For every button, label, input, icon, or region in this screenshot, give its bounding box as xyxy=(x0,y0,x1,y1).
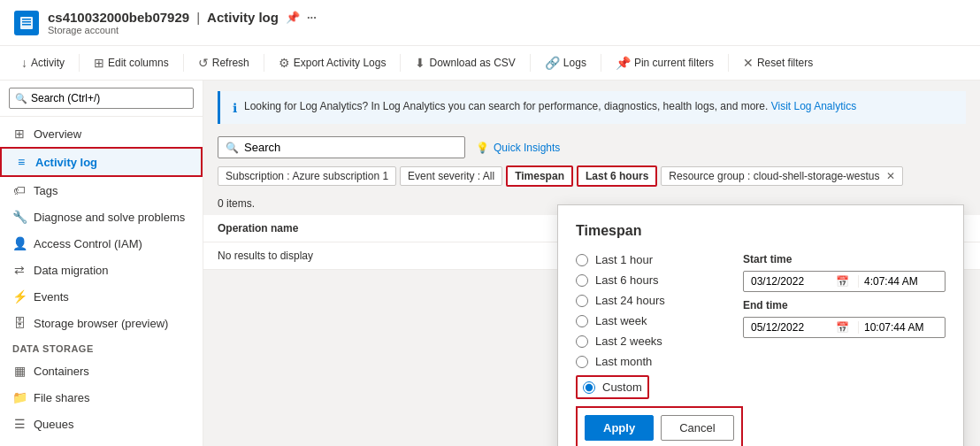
activity-icon: ↓ xyxy=(21,56,27,70)
main-layout: 🔍 ⊞ Overview ≡ Activity log 🏷 Tags xyxy=(0,81,980,446)
end-date-input[interactable] xyxy=(751,321,831,334)
sidebar-item-data-migration[interactable]: ⇄ Data migration xyxy=(0,257,203,283)
export-icon: ⚙ xyxy=(279,56,290,70)
logs-button[interactable]: 🔗 Logs xyxy=(538,51,593,74)
info-icon: ℹ xyxy=(233,101,237,115)
toolbar-divider-5 xyxy=(530,54,531,72)
download-icon: ⬇ xyxy=(415,56,425,70)
info-banner: ℹ Looking for Log Analytics? In Log Anal… xyxy=(218,91,966,124)
cancel-button[interactable]: Cancel xyxy=(661,415,733,441)
sidebar-nav: ⊞ Overview ≡ Activity log 🏷 Tags 🔧 Diagn… xyxy=(0,117,203,446)
export-button[interactable]: ⚙ Export Activity Logs xyxy=(272,51,394,74)
event-severity-chip[interactable]: Event severity : All xyxy=(400,166,502,186)
timespan-chip[interactable]: Timespan xyxy=(506,165,573,187)
sidebar-item-activity-log[interactable]: ≡ Activity log xyxy=(0,147,203,177)
radio-last-6-hours[interactable] xyxy=(576,274,588,287)
app-container: cs410032000beb07929 | Activity log 📌 ···… xyxy=(0,0,980,446)
sidebar-item-diagnose[interactable]: 🔧 Diagnose and solve problems xyxy=(0,204,203,230)
radio-last-1-hour[interactable] xyxy=(576,254,588,266)
resource-group-chip[interactable]: Resource group : cloud-shell-storage-wes… xyxy=(661,166,903,186)
search-row: 🔍 💡 Quick Insights xyxy=(218,136,966,158)
sidebar: 🔍 ⊞ Overview ≡ Activity log 🏷 Tags xyxy=(0,81,203,446)
option-last-month[interactable]: Last month xyxy=(576,355,722,368)
sidebar-item-events[interactable]: ⚡ Events xyxy=(0,283,203,310)
storage-browser-icon: 🗄 xyxy=(12,316,27,330)
edit-columns-icon: ⊞ xyxy=(94,56,104,70)
start-date-calendar-icon[interactable]: 📅 xyxy=(836,275,849,288)
toolbar-divider-3 xyxy=(264,54,264,72)
access-control-icon: 👤 xyxy=(12,236,27,250)
download-button[interactable]: ⬇ Download as CSV xyxy=(408,51,522,74)
sidebar-item-queues[interactable]: ☰ Queues xyxy=(0,411,203,437)
containers-icon: ▦ xyxy=(12,364,27,378)
title-separator: | xyxy=(196,10,200,25)
more-icon[interactable]: ··· xyxy=(307,11,317,24)
radio-last-week[interactable] xyxy=(576,315,588,327)
subscription-chip[interactable]: Subscription : Azure subscription 1 xyxy=(218,166,396,186)
sidebar-item-tags[interactable]: 🏷 Tags xyxy=(0,177,203,204)
timespan-popup-title: Timespan xyxy=(576,223,946,239)
start-time-label: Start time xyxy=(743,253,946,265)
overview-icon: ⊞ xyxy=(12,127,27,141)
pin-filters-button[interactable]: 📌 Pin current filters xyxy=(609,51,721,74)
filter-chips: Subscription : Azure subscription 1 Even… xyxy=(218,165,966,187)
toolbar-divider-2 xyxy=(183,54,184,72)
pin-icon[interactable]: 📌 xyxy=(286,11,300,24)
reset-filters-button[interactable]: ✕ Reset filters xyxy=(736,51,820,74)
end-date-calendar-icon[interactable]: 📅 xyxy=(836,321,849,334)
radio-last-2-weeks[interactable] xyxy=(576,335,588,348)
option-last-1-hour[interactable]: Last 1 hour xyxy=(576,253,722,266)
data-migration-icon: ⇄ xyxy=(12,263,27,277)
sidebar-item-overview[interactable]: ⊞ Overview xyxy=(0,120,203,147)
queues-icon: ☰ xyxy=(12,417,27,431)
toolbar-divider-1 xyxy=(79,54,80,72)
resource-group-chip-close[interactable]: ✕ xyxy=(886,170,895,182)
sidebar-item-access-control[interactable]: 👤 Access Control (IAM) xyxy=(0,230,203,257)
edit-columns-button[interactable]: ⊞ Edit columns xyxy=(87,51,176,74)
sidebar-item-file-shares[interactable]: 📁 File shares xyxy=(0,384,203,411)
title-bar-main: cs410032000beb07929 | Activity log 📌 ··· xyxy=(48,10,317,25)
apply-button[interactable]: Apply xyxy=(585,415,654,441)
timespan-footer: Apply Cancel xyxy=(576,406,743,446)
sidebar-item-containers[interactable]: ▦ Containers xyxy=(0,358,203,384)
radio-last-month[interactable] xyxy=(576,356,588,368)
start-time-input[interactable] xyxy=(858,275,938,288)
resource-type: Storage account xyxy=(48,25,317,35)
activity-button[interactable]: ↓ Activity xyxy=(14,51,72,74)
toolbar-divider-4 xyxy=(400,54,401,72)
sidebar-search-input[interactable] xyxy=(9,88,194,109)
radio-custom[interactable] xyxy=(583,381,595,394)
quick-insights-button[interactable]: 💡 Quick Insights xyxy=(476,142,560,154)
option-last-week[interactable]: Last week xyxy=(576,314,722,327)
end-date-field: 📅 xyxy=(743,317,946,338)
search-box: 🔍 xyxy=(218,136,465,158)
svg-rect-3 xyxy=(22,19,31,20)
option-last-24-hours[interactable]: Last 24 hours xyxy=(576,294,722,307)
timespan-value-chip[interactable]: Last 6 hours xyxy=(577,165,657,187)
timespan-options: Last 1 hour Last 6 hours Last 24 hours xyxy=(576,253,722,399)
sidebar-item-tables[interactable]: ▤ Tables xyxy=(0,437,203,446)
refresh-button[interactable]: ↺ Refresh xyxy=(191,51,256,74)
radio-last-24-hours[interactable] xyxy=(576,295,588,307)
sidebar-search-wrap: 🔍 xyxy=(9,88,194,109)
option-custom[interactable]: Custom xyxy=(576,375,649,399)
start-date-input[interactable] xyxy=(751,275,831,288)
pin-filters-icon: 📌 xyxy=(616,56,631,70)
quick-insights-icon: 💡 xyxy=(476,142,489,154)
sidebar-item-storage-browser[interactable]: 🗄 Storage browser (preview) xyxy=(0,310,203,336)
activity-log-icon: ≡ xyxy=(14,155,28,169)
timespan-popup: Timespan Last 1 hour Last 6 hours xyxy=(557,204,964,446)
toolbar-divider-6 xyxy=(601,54,601,72)
end-time-input[interactable] xyxy=(858,321,938,334)
option-last-6-hours[interactable]: Last 6 hours xyxy=(576,273,722,287)
search-input[interactable] xyxy=(244,141,457,154)
option-last-2-weeks[interactable]: Last 2 weeks xyxy=(576,334,722,348)
resource-name: cs410032000beb07929 xyxy=(48,10,189,25)
sidebar-search-area: 🔍 xyxy=(0,81,203,117)
page-title: Activity log xyxy=(207,10,279,25)
resource-icon xyxy=(14,11,39,35)
start-date-field: 📅 xyxy=(743,271,946,292)
file-shares-icon: 📁 xyxy=(12,390,27,404)
info-text: Looking for Log Analytics? In Log Analyt… xyxy=(244,100,856,112)
info-link[interactable]: Visit Log Analytics xyxy=(771,100,857,112)
